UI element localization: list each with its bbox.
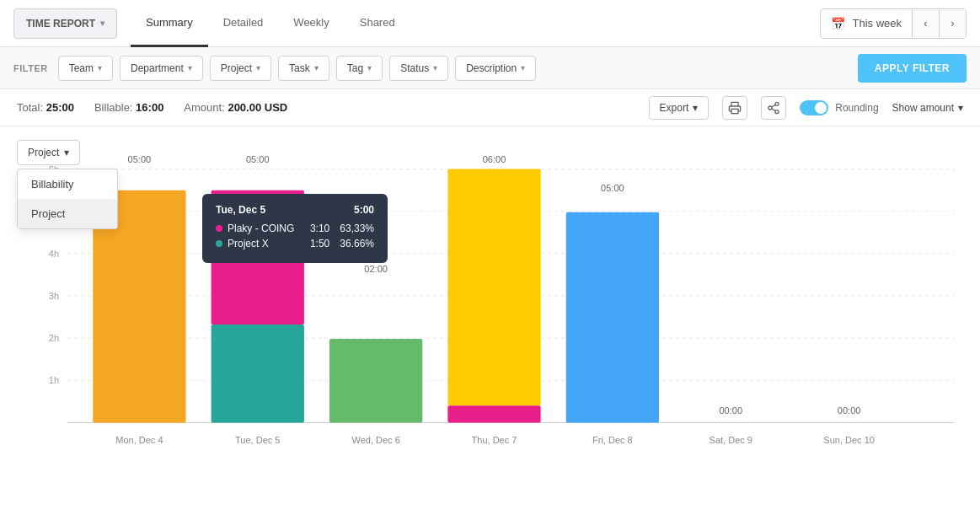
group-by-billability[interactable]: Billability [18, 169, 117, 199]
filter-team-label: Team [69, 62, 94, 74]
total-summary: Total: 25:00 [17, 101, 74, 114]
tag-arrow-icon: ▾ [367, 63, 372, 72]
filter-project-label: Project [221, 62, 252, 74]
group-by-project[interactable]: Project [18, 199, 117, 228]
filter-description-label: Description [466, 62, 517, 74]
top-bar: TIME REPORT ▾ Summary Detailed Weekly Sh… [0, 0, 980, 47]
svg-text:00:00: 00:00 [838, 405, 861, 416]
filter-department-button[interactable]: Department ▾ [120, 56, 203, 81]
amount-value: 200.00 USD [228, 101, 287, 114]
svg-text:06:00: 06:00 [483, 154, 506, 164]
svg-point-3 [775, 110, 779, 113]
time-report-button[interactable]: TIME REPORT ▾ [13, 8, 117, 39]
filter-status-button[interactable]: Status ▾ [389, 56, 448, 81]
filter-project-button[interactable]: Project ▾ [210, 56, 271, 81]
apply-filter-button[interactable]: APPLY FILTER [858, 54, 967, 83]
filter-task-button[interactable]: Task ▾ [278, 56, 329, 81]
rounding-label: Rounding [835, 102, 878, 114]
chart-container: 6h 5h 4h 3h 2h 1h 05:00 Mon, Dec 4 05:00 [17, 140, 963, 460]
svg-line-5 [772, 105, 776, 107]
rounding-toggle[interactable] [800, 100, 828, 115]
export-label: Export [660, 102, 689, 114]
billable-label: Billable: [94, 101, 133, 114]
svg-line-4 [772, 109, 776, 111]
date-prev-button[interactable]: ‹ [912, 9, 939, 38]
svg-text:1h: 1h [49, 375, 59, 385]
group-by-arrow-icon: ▾ [64, 147, 69, 158]
svg-text:Wed, Dec 6: Wed, Dec 6 [351, 435, 399, 445]
summary-actions: Export ▾ Rounding Show amount ▾ [649, 96, 963, 120]
bar-wed[interactable] [329, 339, 422, 422]
billable-value: 16:00 [136, 101, 163, 114]
svg-text:2h: 2h [49, 333, 59, 343]
export-arrow-icon: ▾ [693, 102, 698, 114]
calendar-icon: 📅 [831, 17, 845, 30]
amount-summary: Amount: 200.00 USD [184, 101, 287, 114]
total-label: Total: [17, 101, 43, 114]
svg-point-1 [775, 102, 779, 105]
filter-description-button[interactable]: Description ▾ [455, 56, 536, 81]
dropdown-arrow-icon: ▾ [100, 19, 104, 28]
filter-label: FILTER [13, 63, 48, 73]
share-button[interactable] [761, 96, 786, 120]
group-by-label: Project [28, 147, 59, 158]
print-button[interactable] [722, 96, 747, 120]
bar-thu-yellow[interactable] [447, 169, 540, 406]
svg-text:Thu, Dec 7: Thu, Dec 7 [472, 435, 517, 445]
svg-text:Sun, Dec 10: Sun, Dec 10 [823, 435, 875, 445]
group-by-menu: Billability Project [17, 169, 118, 229]
svg-text:3h: 3h [49, 291, 59, 301]
filter-tag-label: Tag [347, 62, 363, 74]
svg-text:Mon, Dec 4: Mon, Dec 4 [115, 435, 163, 445]
svg-point-2 [768, 106, 772, 110]
svg-text:02:00: 02:00 [364, 264, 388, 274]
summary-bar: Total: 25:00 Billable: 16:00 Amount: 200… [0, 89, 980, 126]
svg-text:Sat, Dec 9: Sat, Dec 9 [710, 435, 752, 445]
bar-tue-teal[interactable] [212, 324, 304, 422]
tab-weekly[interactable]: Weekly [278, 0, 344, 47]
svg-text:05:00: 05:00 [128, 154, 152, 164]
tab-summary[interactable]: Summary [131, 0, 208, 47]
description-arrow-icon: ▾ [521, 63, 525, 72]
project-arrow-icon: ▾ [256, 63, 260, 72]
bar-thu-pink[interactable] [447, 405, 540, 422]
task-arrow-icon: ▾ [314, 63, 319, 72]
svg-text:05:00: 05:00 [601, 183, 624, 193]
tab-detailed[interactable]: Detailed [208, 0, 279, 47]
status-arrow-icon: ▾ [433, 63, 437, 72]
filter-department-label: Department [131, 62, 184, 74]
amount-label: Amount: [184, 101, 224, 114]
export-button[interactable]: Export ▾ [649, 96, 710, 120]
bar-fri[interactable] [566, 212, 659, 423]
bar-tue-pink[interactable] [212, 190, 304, 324]
filter-bar: FILTER Team ▾ Department ▾ Project ▾ Tas… [0, 47, 980, 89]
svg-text:00:00: 00:00 [719, 405, 742, 416]
billable-summary: Billable: 16:00 [94, 101, 163, 114]
show-amount-arrow-icon: ▾ [958, 102, 963, 114]
app-container: TIME REPORT ▾ Summary Detailed Weekly Sh… [0, 0, 980, 531]
date-picker: 📅 This week ‹ › [820, 8, 967, 39]
filter-team-button[interactable]: Team ▾ [58, 56, 113, 81]
show-amount-button[interactable]: Show amount ▾ [892, 102, 963, 114]
svg-text:Tue, Dec 5: Tue, Dec 5 [235, 435, 280, 445]
svg-rect-0 [731, 109, 738, 113]
total-value: 25:00 [46, 101, 74, 114]
time-report-label: TIME REPORT [26, 18, 95, 30]
date-next-button[interactable]: › [939, 9, 966, 38]
chart-area: Project ▾ Billability Project 6h 5h 4h 3… [0, 126, 980, 531]
tab-shared[interactable]: Shared [345, 0, 410, 47]
bar-chart: 6h 5h 4h 3h 2h 1h 05:00 Mon, Dec 4 05:00 [17, 140, 963, 460]
show-amount-label: Show amount [892, 102, 954, 114]
date-range-text: This week [852, 17, 902, 30]
group-by-button[interactable]: Project ▾ [17, 140, 80, 165]
svg-text:Fri, Dec 8: Fri, Dec 8 [592, 435, 633, 445]
date-picker-label[interactable]: 📅 This week [821, 9, 912, 38]
filter-tag-button[interactable]: Tag ▾ [336, 56, 383, 81]
department-arrow-icon: ▾ [188, 63, 192, 72]
team-arrow-icon: ▾ [98, 63, 102, 72]
svg-text:4h: 4h [49, 249, 59, 259]
group-by-dropdown: Project ▾ Billability Project [17, 140, 80, 165]
filter-status-label: Status [400, 62, 429, 74]
filter-task-label: Task [289, 62, 310, 74]
rounding-toggle-row: Rounding [800, 100, 878, 115]
